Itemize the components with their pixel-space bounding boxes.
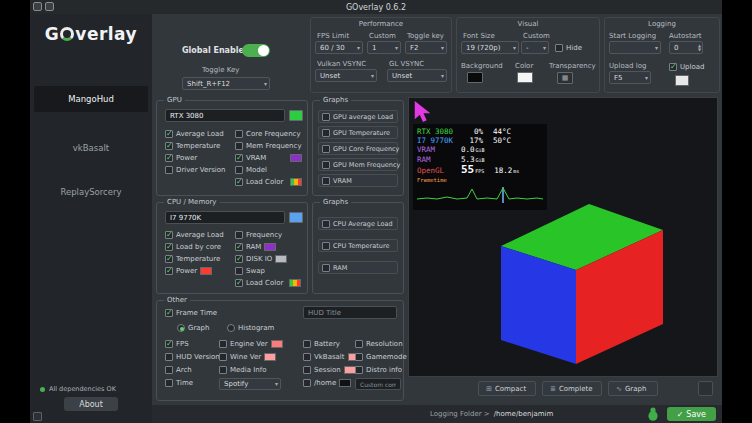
cpu-load-color-row[interactable]: Load Color: [235, 278, 301, 288]
logging-folder-value[interactable]: /home/benjamim: [494, 410, 554, 418]
graph-view-button[interactable]: ∿Graph: [608, 381, 658, 396]
gpu-load-color-row[interactable]: Load Color: [235, 177, 302, 187]
cpu-load-by-core-row[interactable]: Load by core: [165, 242, 225, 252]
checkbox[interactable]: [355, 340, 363, 348]
upload-color-swatch[interactable]: [675, 75, 689, 86]
frame-time-row[interactable]: Frame Time: [165, 308, 217, 318]
graph-radio-row[interactable]: Graph: [177, 323, 209, 333]
cpu-disk-io-row[interactable]: DISK IO: [235, 254, 301, 264]
checkbox[interactable]: [165, 255, 173, 263]
distro-info-row[interactable]: Distro info: [355, 365, 403, 375]
engine-ver-color-swatch[interactable]: [271, 340, 283, 348]
transparency-picker-icon[interactable]: ▦: [557, 72, 573, 84]
arch-row[interactable]: Arch: [165, 365, 217, 375]
gpu-driver-version-row[interactable]: Driver Version: [165, 165, 225, 175]
resolution-row[interactable]: Resolution: [355, 339, 403, 349]
window-icon[interactable]: [33, 2, 42, 11]
gpu-temperature-row[interactable]: Temperature: [165, 141, 225, 151]
checkbox[interactable]: [165, 130, 173, 138]
font-custom-select[interactable]: -: [521, 41, 549, 54]
upload-checkbox-row[interactable]: Upload: [669, 62, 705, 72]
engine-ver-row[interactable]: Engine Ver: [219, 339, 301, 349]
graph-gpu-mem-frequency-row[interactable]: GPU Mem Frequency: [318, 158, 398, 171]
tray-icon[interactable]: [33, 412, 42, 421]
cpu-ram-row[interactable]: RAM: [235, 242, 301, 252]
gpu-power-row[interactable]: Power: [165, 153, 225, 163]
histogram-radio-row[interactable]: Histogram: [227, 323, 274, 333]
checkbox[interactable]: [165, 353, 173, 361]
hide-checkbox[interactable]: [555, 44, 563, 52]
cpu-average-load-row[interactable]: Average Load: [165, 230, 225, 240]
checkbox[interactable]: [355, 353, 363, 361]
disk-io-color-swatch[interactable]: [275, 255, 287, 263]
checkbox[interactable]: [165, 243, 173, 251]
cpu-frequency-row[interactable]: Frequency: [235, 230, 301, 240]
graph-cpu-temperature-row[interactable]: CPU Temperature: [318, 239, 398, 252]
gpu-average-load-row[interactable]: Average Load: [165, 129, 225, 139]
gpu-name-input[interactable]: [165, 109, 285, 122]
media-player-select[interactable]: Spotify: [219, 378, 281, 390]
session-color-swatch[interactable]: [344, 366, 356, 374]
start-logging-select[interactable]: [609, 41, 661, 54]
checkbox[interactable]: [303, 340, 311, 348]
background-color-swatch[interactable]: [467, 72, 483, 83]
complete-view-button[interactable]: ≣Complete: [542, 381, 602, 396]
checkbox[interactable]: [355, 366, 363, 374]
home-color-swatch[interactable]: [339, 379, 351, 387]
checkbox[interactable]: [165, 231, 173, 239]
wine-ver-color-swatch[interactable]: [264, 353, 276, 361]
fps-toggle-key-select[interactable]: F2: [405, 41, 447, 54]
checkbox[interactable]: [235, 142, 243, 150]
checkbox[interactable]: [303, 379, 311, 387]
hud-title-input[interactable]: [303, 306, 397, 319]
gamemode-row[interactable]: Gamemode: [355, 352, 403, 362]
sidebar-item-mangohud[interactable]: MangoHud: [34, 86, 148, 112]
checkbox[interactable]: [219, 340, 227, 348]
time-row[interactable]: Time: [165, 378, 217, 388]
graph-gpu-temperature-row[interactable]: GPU Temperature: [318, 126, 398, 139]
hud-version-row[interactable]: HUD Version: [165, 352, 217, 362]
checkbox[interactable]: [322, 220, 330, 228]
checkbox[interactable]: [165, 309, 173, 317]
spinner-arrows-icon[interactable]: ▲▼: [698, 42, 701, 53]
gpu-vram-row[interactable]: VRAM: [235, 153, 302, 163]
checkbox[interactable]: [322, 161, 330, 169]
cpu-power-row[interactable]: Power: [165, 266, 225, 276]
ram-color-swatch[interactable]: [264, 243, 276, 251]
radio[interactable]: [177, 324, 185, 332]
checkbox[interactable]: [165, 142, 173, 150]
checkbox[interactable]: [235, 130, 243, 138]
load-color-swatch[interactable]: [290, 178, 302, 186]
text-color-swatch[interactable]: [517, 72, 533, 83]
wine-ver-row[interactable]: Wine Ver: [219, 352, 301, 362]
checkbox[interactable]: [322, 264, 330, 272]
graph-vram-row[interactable]: VRAM: [318, 174, 398, 187]
checkbox[interactable]: [235, 178, 243, 186]
cpu-color-swatch[interactable]: [289, 212, 303, 223]
save-button[interactable]: ✓Save: [667, 407, 716, 421]
fps-row[interactable]: FPS: [165, 339, 217, 349]
hide-checkbox-row[interactable]: Hide: [555, 43, 582, 53]
font-size-select[interactable]: 19 (720p): [461, 41, 519, 54]
hud-position-arrow-icon[interactable]: [412, 100, 434, 122]
preview-extra-button[interactable]: [698, 381, 713, 396]
checkbox[interactable]: [235, 255, 243, 263]
graph-cpu-average-load-row[interactable]: CPU Average Load: [318, 217, 398, 230]
sidebar-item-vkbasalt[interactable]: vkBasalt: [30, 138, 152, 158]
compact-view-button[interactable]: ⊞Compact: [478, 381, 536, 396]
session-row[interactable]: Session: [303, 365, 355, 375]
checkbox[interactable]: [235, 166, 243, 174]
home-row[interactable]: /home: [303, 378, 355, 388]
checkbox[interactable]: [322, 177, 330, 185]
checkbox[interactable]: [322, 129, 330, 137]
checkbox[interactable]: [322, 242, 330, 250]
checkbox[interactable]: [165, 340, 173, 348]
cpu-temperature-row[interactable]: Temperature: [165, 254, 225, 264]
about-button[interactable]: About: [64, 397, 118, 411]
power-color-swatch[interactable]: [200, 267, 212, 275]
checkbox[interactable]: [165, 267, 173, 275]
vkbasalt-row[interactable]: VkBasalt: [303, 352, 355, 362]
checkbox[interactable]: [219, 353, 227, 361]
checkbox[interactable]: [235, 279, 243, 287]
graph-ram-row[interactable]: RAM: [318, 261, 398, 274]
